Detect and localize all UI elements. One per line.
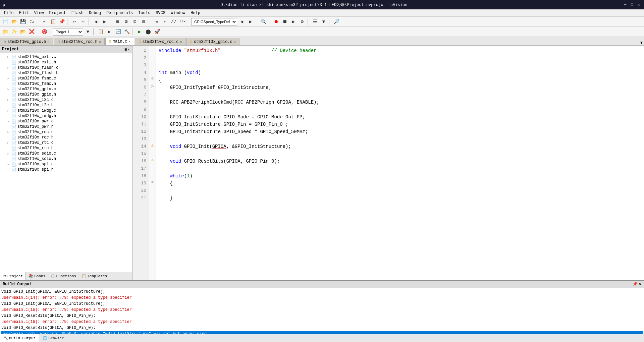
- project-menu-btn[interactable]: 📁: [1, 28, 9, 36]
- find-button[interactable]: 🔍: [259, 18, 267, 26]
- debug-insert-bp-btn[interactable]: ⬤: [144, 28, 152, 36]
- list-item[interactable]: 📄 stm32f10x_rtc.h: [0, 146, 132, 151]
- debug-run-btn[interactable]: 🚀: [153, 28, 161, 36]
- build-tab-browser[interactable]: 🌐 Browser: [39, 334, 67, 342]
- sidebar-close-btn[interactable]: ✕: [127, 47, 130, 52]
- menu-project[interactable]: Project: [46, 10, 68, 16]
- menu-debug[interactable]: Debug: [86, 10, 104, 16]
- zoom-btn[interactable]: 🔎: [332, 18, 340, 26]
- new-file-button[interactable]: 📄: [1, 18, 9, 26]
- save-all-button[interactable]: 🗂: [28, 18, 36, 26]
- list-item[interactable]: 📄 stm32f10x_i2c.h: [0, 103, 132, 108]
- tab-gpio-h[interactable]: h stm32f10x_gpio.h ✕: [0, 38, 53, 45]
- jump-forward-button[interactable]: ▶: [247, 18, 255, 26]
- menu-help[interactable]: Help: [188, 10, 203, 16]
- list-item[interactable]: ▷ 📄 stm32f10x_flash.c: [0, 65, 132, 70]
- tab-rcc-c[interactable]: c stm32f10x_rcc.c ✕: [135, 38, 185, 45]
- close-proj-btn[interactable]: ❌: [28, 28, 36, 36]
- record-button[interactable]: ⏺: [272, 18, 280, 26]
- build-btn[interactable]: 🔨: [123, 28, 131, 36]
- redo-button[interactable]: ↪: [79, 18, 87, 26]
- symbol-dropdown[interactable]: GPIOSpeed_TypeDef: [191, 18, 237, 25]
- menu-tools[interactable]: Tools: [136, 10, 153, 16]
- sidebar-tab-books[interactable]: 📚 Books: [26, 272, 48, 280]
- menu-view[interactable]: View: [32, 10, 47, 16]
- stop-button[interactable]: ⏹: [281, 18, 289, 26]
- list-item[interactable]: 📄 stm32f10x_fsmc.h: [0, 81, 132, 87]
- list-item[interactable]: ▷ 📄 stm32f10x_i2c.c: [0, 97, 132, 103]
- minimize-button[interactable]: ─: [623, 2, 628, 7]
- target-dropdown[interactable]: Target 1: [53, 28, 83, 36]
- list-item[interactable]: 📄 stm32f10x_iwdg.h: [0, 113, 132, 119]
- view-btn[interactable]: ☰: [311, 18, 319, 26]
- run-btn[interactable]: ▶: [105, 28, 113, 36]
- manage-btn[interactable]: 📋: [97, 28, 105, 36]
- code-area[interactable]: 1 2 3 4 5 6 7 8 9 10 11 12 13 14 15 16 1: [132, 46, 644, 280]
- list-item[interactable]: ▷ 📄 stm32f10x_pwr.c: [0, 119, 132, 124]
- list-item[interactable]: 📄 stm32f10x_exti.h: [0, 60, 132, 65]
- menu-svcs[interactable]: SVCS: [153, 10, 168, 16]
- new-uvprojx-btn[interactable]: ✨: [10, 28, 18, 36]
- save-button[interactable]: 💾: [19, 18, 27, 26]
- menu-peripherals[interactable]: Peripherals: [104, 10, 136, 16]
- paste-button[interactable]: 📌: [58, 18, 66, 26]
- list-item[interactable]: ▷ 📄 stm32f10x_iwdg.c: [0, 108, 132, 113]
- menu-flash[interactable]: Flash: [69, 10, 86, 16]
- tab-close2[interactable]: ✕: [99, 40, 101, 44]
- open-proj-btn[interactable]: 📂: [19, 28, 27, 36]
- tab-close[interactable]: ✕: [47, 40, 49, 44]
- editor-tab-scroll[interactable]: ▼: [639, 41, 644, 45]
- copy-button[interactable]: 📋: [49, 18, 57, 26]
- menu-edit[interactable]: Edit: [16, 10, 32, 16]
- list-item[interactable]: ▷ 📄 stm32f10x_exti.c: [0, 54, 132, 60]
- unindent-button[interactable]: ⇤: [161, 18, 169, 26]
- list-item[interactable]: 📄 stm32f10x_flash.h: [0, 70, 132, 76]
- close-button[interactable]: ✕: [636, 2, 641, 7]
- macro-button[interactable]: ⚙: [298, 18, 306, 26]
- list-item[interactable]: ▷ 📄 stm32f10x_rtc.c: [0, 140, 132, 146]
- tab-close5[interactable]: ✕: [234, 40, 236, 44]
- list-item[interactable]: ▷ 📄 stm32f10x_fsmc.c: [0, 76, 132, 81]
- list-item[interactable]: 📄 stm32f10x_pwr.h: [0, 124, 132, 129]
- tb-btn5[interactable]: ⊞: [113, 18, 121, 26]
- menu-window[interactable]: Window: [168, 10, 188, 16]
- target-options-btn[interactable]: 🎯: [40, 28, 48, 36]
- list-item[interactable]: ▷ 📄 stm32f10x_spi.c: [0, 162, 132, 167]
- list-item[interactable]: 📄 stm32f10x_rcc.h: [0, 135, 132, 140]
- gutter-line-fold[interactable]: ⊟: [149, 75, 156, 82]
- undo-button[interactable]: ↩: [70, 18, 78, 26]
- menu-file[interactable]: File: [1, 10, 16, 16]
- list-item[interactable]: 📄 stm32f10x_spi.h: [0, 167, 132, 172]
- sidebar-tab-functions[interactable]: {} Functions: [48, 272, 79, 280]
- list-item[interactable]: 📄 stm32f10x_gpio.h: [0, 92, 132, 97]
- tab-close3[interactable]: ✕: [128, 40, 130, 44]
- comment-button[interactable]: //: [170, 18, 178, 26]
- open-file-button[interactable]: 📂: [10, 18, 18, 26]
- gutter-line-fold[interactable]: ⊟: [149, 178, 156, 186]
- build-panel-close[interactable]: ✕: [639, 282, 641, 287]
- list-item[interactable]: ▷ 📄 stm32f10x_sdio.c: [0, 151, 132, 156]
- build-output-content[interactable]: void GPIO_Init(GPIOA, &GPIO_InitStructur…: [0, 288, 644, 334]
- tab-main-c[interactable]: c main.c ✕: [105, 38, 134, 45]
- build-panel-pin[interactable]: 📌: [633, 282, 638, 287]
- build-tab-output[interactable]: 🔨 Build Output: [0, 334, 39, 342]
- list-item[interactable]: 📄 stm32f10x_sdio.h: [0, 156, 132, 162]
- list-item[interactable]: ▷ 📄 stm32f10x_rcc.c: [0, 129, 132, 135]
- tab-gpio-c[interactable]: c stm32f10x_gpio.c ✕: [186, 38, 239, 45]
- tab-close4[interactable]: ✕: [180, 40, 182, 44]
- uncomment-button[interactable]: //x: [178, 18, 186, 26]
- jump-back-button[interactable]: ◀: [238, 18, 246, 26]
- sidebar-tab-templates[interactable]: 📋 Templates: [79, 272, 110, 280]
- tb-btn6[interactable]: ⊠: [122, 18, 130, 26]
- list-item[interactable]: ▷ 📄 stm32f10x_gpio.c: [0, 87, 132, 92]
- tab-rcc-h[interactable]: h stm32f10x_rcc.h ✕: [54, 38, 104, 45]
- play-button[interactable]: ▶: [289, 18, 298, 26]
- target-dropdown-btn[interactable]: ▼: [84, 28, 92, 36]
- maximize-button[interactable]: □: [629, 2, 635, 7]
- debug-start-btn[interactable]: ▶: [136, 28, 144, 36]
- sidebar-collapse-btn[interactable]: ⊟: [125, 47, 127, 52]
- navigate-back-button[interactable]: ◀: [92, 18, 100, 26]
- sidebar-tab-project[interactable]: 🗂 Project: [0, 272, 26, 280]
- translate-btn[interactable]: 🔄: [114, 28, 122, 36]
- navigate-forward-button[interactable]: ▶: [101, 18, 109, 26]
